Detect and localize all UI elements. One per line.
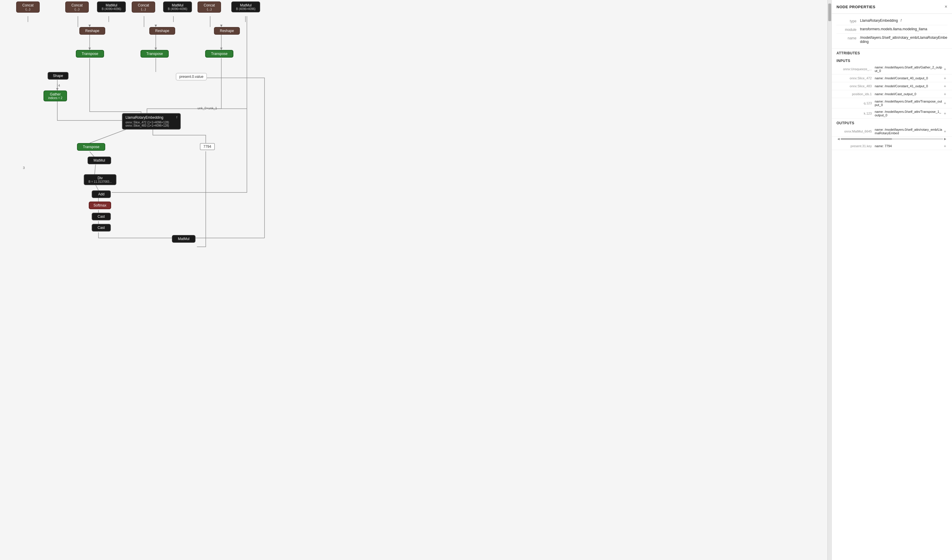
output-value-0: name: /model/layers.0/self_attn/rotary_e… [875,128,943,135]
node-concat2-sub: (...) [70,7,84,11]
input-label-3: position_ids.1 [836,92,875,96]
node-concat2[interactable]: Concat (...) [65,2,89,12]
input-expand-5[interactable]: + [943,111,947,116]
node-cast2-label: Cast [97,226,105,230]
node-7794[interactable]: 7794 [200,143,215,150]
input-label-4: q.123 [836,101,875,105]
input-row-0: onnx:Unsqueeze_... name: /model/layers.0… [832,64,952,74]
node-softmax[interactable]: Softmax [89,202,111,209]
node-concat1-sub: (...) [21,7,35,11]
node-cast1[interactable]: Cast [92,213,111,221]
node-div[interactable]: Div B = 11.3137083... [84,174,116,185]
node-reshape3[interactable]: Reshape [214,27,240,35]
node-transpose1-label: Transpose [82,52,98,56]
node-transpose3[interactable]: Transpose [205,50,233,58]
node-add[interactable]: Add [92,190,111,198]
input-value-4: name: /model/layers.0/self_attn/Transpos… [875,100,943,106]
outputs-title: OUTPUTS [832,119,952,127]
name-row: name /model/layers.0/self_attn/rotary_em… [836,34,947,46]
node-concat4-sub: (...) [202,7,216,11]
node-shape[interactable]: Shape [48,72,68,80]
inputs-title: INPUTS [832,56,952,64]
node-present-value[interactable]: present.0.value [176,73,207,80]
node-softmax-label: Softmax [93,203,107,207]
module-row: module transformers.models.llama.modelin… [836,25,947,34]
close-button[interactable]: × [945,4,947,9]
svg-marker-26 [155,48,157,50]
node-matmul2-sub: B (4096×4096) [168,7,187,11]
input-value-2: name: /model/Constant_41_output_0 [875,84,943,88]
node-matmul3-sub: B (4096×4096) [236,7,255,11]
node-llama-rotary[interactable]: LlamaRotaryEmbedding f onnx::Slice_472 (… [122,113,181,130]
svg-marker-23 [155,25,157,27]
node-reshape2[interactable]: Reshape [149,27,175,35]
panel-header: NODE PROPERTIES × [832,0,952,14]
type-italic: f [901,19,901,23]
node-add-label: Add [98,192,104,196]
node-llama-f: f [176,116,177,120]
node-matmul2[interactable]: MatMul B (4096×4096) [163,2,192,12]
node-concat3[interactable]: Concat (...) [132,2,155,12]
input-label-2: onnx:Slice_483 [836,84,875,88]
name-label: name [836,35,860,40]
node-matmul2-label: MatMul [168,3,187,7]
node-transpose4[interactable]: Transpose [77,143,105,151]
output-label-0: onnx:MatMul_6645 [836,130,875,133]
node-matmul1[interactable]: MatMul B (4096×4096) [97,2,126,12]
node-llama-label: LlamaRotaryEmbedding [125,116,164,120]
node-cast2[interactable]: Cast [92,224,111,231]
graph-scroll-thumb[interactable] [828,3,831,21]
node-matmul5-label: MatMul [177,237,191,241]
input-row-4: q.123 name: /model/layers.0/self_attn/Tr… [832,98,952,108]
input-row-2: onnx:Slice_483 name: /model/Constant_41_… [832,82,952,90]
scroll-right-arrow[interactable]: ▶ [943,137,947,140]
svg-marker-24 [220,25,223,27]
input-expand-1[interactable]: + [943,76,947,80]
attributes-title: ATTRIBUTES [832,49,952,56]
node-gather-label: Gather [48,92,62,96]
node-concat2-label: Concat [70,3,84,7]
scroll-thumb [841,138,892,140]
node-reshape3-label: Reshape [220,29,234,33]
type-label: type [836,19,860,23]
svg-line-14 [90,129,127,143]
scroll-track[interactable] [841,138,943,140]
scroll-left-arrow[interactable]: ◀ [836,137,841,140]
svg-marker-27 [220,48,223,50]
node-concat3-label: Concat [136,3,150,7]
node-transpose1[interactable]: Transpose [76,50,104,58]
output-expand-0[interactable]: + [943,129,947,134]
node-matmul1-sub: B (4096×4096) [102,7,121,11]
input-row-3: position_ids.1 name: /model/Cast_output_… [832,90,952,98]
input-value-0: name: /model/layers.0/self_attn/Gather_2… [875,66,943,73]
right-panel: NODE PROPERTIES × type LlamaRotaryEmbedd… [831,0,952,560]
graph-area[interactable]: Concat (...) Concat (...) MatMul B (4096… [0,0,831,560]
node-transpose2[interactable]: Transpose [141,50,169,58]
node-matmul3-label: MatMul [236,3,255,7]
node-reshape1[interactable]: Reshape [79,27,105,35]
input-expand-2[interactable]: + [943,84,947,88]
input-value-5: name: /model/layers.0/self_attn/Transpos… [875,110,943,117]
node-matmul3[interactable]: MatMul B (4096×4096) [231,2,260,12]
output-label-1: present.31.key [836,144,875,148]
node-matmul5[interactable]: MatMul [172,235,195,243]
panel-title: NODE PROPERTIES [836,5,875,9]
node-concat1[interactable]: Concat (...) [16,2,40,12]
module-value: transformers.models.llama.modeling_llama [860,27,947,31]
node-matmul1-label: MatMul [102,3,121,7]
node-concat3-sub: (...) [136,7,150,11]
node-gather-sub: indices = 2 [48,96,62,100]
output-row-1: present.31.key name: 7794 + [832,142,952,150]
input-expand-0[interactable]: + [943,67,947,71]
node-matmul4[interactable]: MatMul [88,157,111,164]
node-concat4[interactable]: Concat (...) [198,2,221,12]
node-llama-detail1: onnx::Slice_472 (1×1×4096×128) [125,121,177,124]
node-concat4-label: Concat [202,3,216,7]
output-expand-1[interactable]: + [943,143,947,148]
input-row-5: k.123 name: /model/layers.0/self_attn/Tr… [832,108,952,119]
input-expand-4[interactable]: + [943,101,947,105]
graph-scrollbar[interactable] [827,0,831,560]
node-transpose2-label: Transpose [146,52,163,56]
input-expand-3[interactable]: + [943,92,947,96]
node-gather[interactable]: Gather indices = 2 [43,91,67,101]
